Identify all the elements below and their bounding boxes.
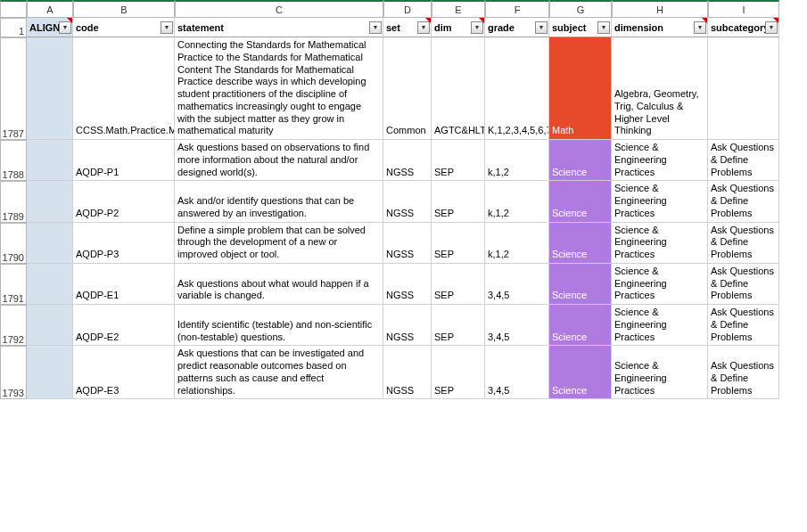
filter-button-c[interactable]: ▼ [369,21,382,34]
cell-g[interactable]: Science [549,346,612,399]
column-header-H[interactable]: H [612,0,708,18]
cell-text: k,1,2 [488,249,509,261]
cell-f[interactable]: K,1,2,3,4,5,6,7,8,9,10,11,12 [485,37,549,140]
cell-c[interactable]: Define a simple problem that can be solv… [175,223,383,264]
row-header[interactable]: 1789 [0,181,27,222]
column-header-F[interactable]: F [485,0,549,18]
cell-e[interactable]: SEP [432,346,485,399]
cell-g[interactable]: Math [549,37,612,140]
row-header-1[interactable]: 1 [0,18,27,37]
cell-text: SEP [434,249,454,261]
cell-h[interactable]: Science & Engineering Practices [612,140,708,181]
cell-c[interactable]: Ask and/or identify questions that can b… [175,181,383,222]
header-label-i: subcategory [711,22,769,33]
cell-g[interactable]: Science [549,305,612,346]
row-header[interactable]: 1793 [0,346,27,399]
cell-d[interactable]: NGSS [383,305,432,346]
row-header[interactable]: 1792 [0,305,27,346]
cell-e[interactable]: SEP [432,181,485,222]
cell-f[interactable]: k,1,2 [485,181,549,222]
column-header-G[interactable]: G [549,0,612,18]
cell-b[interactable]: AQDP-P1 [73,140,175,181]
cell-b[interactable]: AQDP-E1 [73,264,175,305]
cell-a[interactable] [27,181,73,222]
cell-h[interactable]: Science & Engineering Practices [612,223,708,264]
cell-a[interactable] [27,305,73,346]
select-all-corner[interactable] [0,0,27,18]
cell-e[interactable]: SEP [432,140,485,181]
cell-b[interactable]: AQDP-E3 [73,346,175,399]
row-header[interactable]: 1788 [0,140,27,181]
spreadsheet-grid[interactable]: ABCDEFGHI1ALIGN▼code▼statement▼set▼dim▼g… [0,0,807,399]
cell-d[interactable]: NGSS [383,140,432,181]
cell-g[interactable]: Science [549,181,612,222]
cell-d[interactable]: Common [383,37,432,140]
cell-d[interactable]: NGSS [383,346,432,399]
cell-a[interactable] [27,37,73,140]
cell-text: Math [552,125,573,137]
cell-f[interactable]: 3,4,5 [485,264,549,305]
cell-c[interactable]: Ask questions about what would happen if… [175,264,383,305]
cell-f[interactable]: 3,4,5 [485,346,549,399]
cell-g[interactable]: Science [549,140,612,181]
cell-a[interactable] [27,346,73,399]
column-header-A[interactable]: A [27,0,73,18]
cell-b[interactable]: AQDP-P2 [73,181,175,222]
cell-f[interactable]: k,1,2 [485,223,549,264]
row-header[interactable]: 1790 [0,223,27,264]
cell-a[interactable] [27,264,73,305]
row-header[interactable]: 1791 [0,264,27,305]
column-header-E[interactable]: E [432,0,485,18]
cell-a[interactable] [27,223,73,264]
cell-c[interactable]: Connecting the Standards for Mathematica… [175,37,383,140]
cell-text: Identify scientific (testable) and non-s… [177,319,380,344]
cell-h[interactable]: Science & Engineering Practices [612,181,708,222]
column-header-I[interactable]: I [708,0,779,18]
column-header-B[interactable]: B [73,0,175,18]
cell-text: Science & Engineering Practices [614,225,704,261]
cell-g[interactable]: Science [549,264,612,305]
cell-h[interactable]: Science & Engineering Practices [612,264,708,305]
cell-f[interactable]: k,1,2 [485,140,549,181]
cell-h[interactable]: Algebra, Geometry, Trig, Calculus & High… [612,37,708,140]
filter-button-g[interactable]: ▼ [597,21,610,34]
cell-i[interactable]: Ask Questions & Define Problems [708,181,779,222]
cell-text: NGSS [386,249,414,261]
cell-e[interactable]: SEP [432,264,485,305]
cell-i[interactable]: Ask Questions & Define Problems [708,264,779,305]
cell-e[interactable]: SEP [432,223,485,264]
cell-i[interactable]: Ask Questions & Define Problems [708,140,779,181]
cell-e[interactable]: SEP [432,305,485,346]
cell-a[interactable] [27,140,73,181]
cell-h[interactable]: Science & Engineering Practices [612,305,708,346]
row-header[interactable]: 1787 [0,37,27,140]
cell-c[interactable]: Ask questions based on observations to f… [175,140,383,181]
column-header-D[interactable]: D [383,0,432,18]
cell-text: SEP [434,331,454,344]
cell-text: SEP [434,385,454,397]
cell-d[interactable]: NGSS [383,264,432,305]
cell-text: 3,4,5 [488,385,509,397]
cell-text: Science & Engineering Practices [614,360,704,397]
cell-f[interactable]: 3,4,5 [485,305,549,346]
cell-i[interactable]: Ask Questions & Define Problems [708,305,779,346]
cell-text: Science [552,385,587,397]
header-cell-b: code▼ [73,18,175,37]
filter-button-f[interactable]: ▼ [535,21,548,34]
cell-b[interactable]: AQDP-P3 [73,223,175,264]
cell-g[interactable]: Science [549,223,612,264]
cell-b[interactable]: CCSS.Math.Practice.MP8 [73,37,175,140]
cell-text: Science [552,208,587,220]
cell-d[interactable]: NGSS [383,223,432,264]
cell-i[interactable]: Ask Questions & Define Problems [708,223,779,264]
cell-c[interactable]: Ask questions that can be investigated a… [175,346,383,399]
cell-c[interactable]: Identify scientific (testable) and non-s… [175,305,383,346]
cell-i[interactable] [708,37,779,140]
filter-button-b[interactable]: ▼ [161,21,173,34]
cell-i[interactable]: Ask Questions & Define Problems [708,346,779,399]
cell-b[interactable]: AQDP-E2 [73,305,175,346]
column-header-C[interactable]: C [175,0,383,18]
cell-h[interactable]: Science & Engineering Practices [612,346,708,399]
cell-d[interactable]: NGSS [383,181,432,222]
cell-e[interactable]: AGTC&HLT [432,37,485,140]
